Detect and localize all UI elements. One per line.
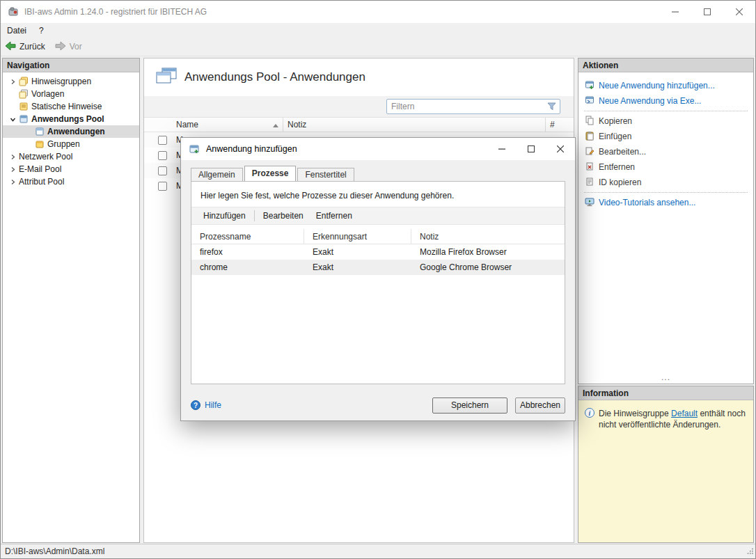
process-notiz: Google Chrome Browser <box>411 262 565 272</box>
actions-panel: Aktionen Neue Anwendung hinzufügen... Ne… <box>578 58 754 384</box>
information-panel: Information i Die Hinweisgruppe Default … <box>578 386 754 543</box>
information-message: Die Hinweisgruppe Default enthält noch n… <box>599 408 748 430</box>
sidebar-item-netzwerk-pool[interactable]: Netzwerk Pool <box>3 150 139 163</box>
chevron-right-icon[interactable] <box>7 79 19 85</box>
maximize-button[interactable] <box>691 1 723 23</box>
process-add-button[interactable]: Hinzufügen <box>197 210 252 222</box>
navigation-panel: Navigation Hinweisgruppen Vorlagen Stati… <box>2 58 140 543</box>
actions-separator <box>584 192 748 193</box>
column-prozessname[interactable]: Prozessname <box>191 229 304 244</box>
new-application-icon <box>585 80 594 92</box>
process-remove-button[interactable]: Entfernen <box>310 210 359 222</box>
column-count[interactable]: # <box>546 118 574 132</box>
window-title: IBI-aws Admin 1.24.0 - registriert für I… <box>24 7 207 17</box>
tab-prozesse[interactable]: Prozesse <box>244 166 297 181</box>
help-link-label: Hilfe <box>205 400 221 410</box>
action-copy-id[interactable]: ID kopieren <box>578 175 753 190</box>
row-checkbox[interactable] <box>158 151 167 160</box>
back-button[interactable]: Zurück <box>1 40 51 54</box>
tab-fenstertitel[interactable]: Fenstertitel <box>297 168 354 181</box>
chevron-right-icon[interactable] <box>7 179 19 185</box>
processes-description: Hier legen Sie fest, welche Prozesse zu … <box>191 182 565 207</box>
new-application-exe-icon <box>585 95 594 107</box>
cancel-button[interactable]: Abbrechen <box>515 397 565 414</box>
filter-band <box>144 96 574 117</box>
app-icon <box>8 6 19 17</box>
dialog-minimize-button[interactable] <box>487 138 517 160</box>
sidebar-item-attribut-pool[interactable]: Attribut Pool <box>3 175 139 188</box>
title-bar: IBI-aws Admin 1.24.0 - registriert für I… <box>1 1 755 23</box>
save-button[interactable]: Speichern <box>432 397 507 414</box>
action-edit[interactable]: Bearbeiten... <box>578 144 753 159</box>
sidebar-item-statische-hinweise[interactable]: Statische Hinweise <box>3 100 139 113</box>
status-bar: D:\IBI-aws\Admin\Data.xml <box>1 544 755 558</box>
processes-toolbar: Hinzufügen Bearbeiten Entfernen <box>191 207 565 225</box>
process-detection: Exakt <box>304 262 411 272</box>
sidebar-item-email-pool[interactable]: E-Mail Pool <box>3 163 139 175</box>
chevron-right-icon[interactable] <box>7 154 19 160</box>
dialog-title: Anwendung hinzufügen <box>206 144 297 154</box>
action-copy[interactable]: Kopieren <box>578 113 753 129</box>
chevron-down-icon[interactable] <box>7 116 19 123</box>
process-row-firefox[interactable]: firefox Exakt Mozilla Firefox Browser <box>191 244 565 260</box>
sidebar-item-label: Hinweisgruppen <box>31 77 91 86</box>
process-name: chrome <box>191 262 304 272</box>
action-label: Einfügen <box>599 132 631 141</box>
menu-help[interactable]: ? <box>33 23 50 38</box>
forward-button[interactable]: Vor <box>51 40 88 54</box>
table-header-row: Name Notiz # <box>144 117 574 132</box>
column-name[interactable]: Name <box>172 118 283 132</box>
status-file-path: D:\IBI-aws\Admin\Data.xml <box>5 546 104 556</box>
menu-datei[interactable]: Datei <box>1 23 33 38</box>
help-circle-icon: ? <box>191 400 200 410</box>
action-video-tutorials[interactable]: Video-Tutorials ansehen... <box>578 195 753 210</box>
column-erkennungsart[interactable]: Erkennungsart <box>304 229 411 244</box>
sidebar-item-hinweisgruppen[interactable]: Hinweisgruppen <box>3 75 139 88</box>
action-new-application[interactable]: Neue Anwendung hinzufügen... <box>578 78 753 93</box>
sidebar-item-anwendungs-pool[interactable]: Anwendungs Pool <box>3 113 139 125</box>
process-row-chrome[interactable]: chrome Exakt Google Chrome Browser <box>191 260 565 275</box>
app-window: IBI-aws Admin 1.24.0 - registriert für I… <box>0 0 756 559</box>
sidebar-item-gruppen[interactable]: Gruppen <box>3 138 139 150</box>
help-link[interactable]: ? Hilfe <box>191 400 221 410</box>
filter-input[interactable] <box>387 102 547 111</box>
actions-separator <box>584 111 748 111</box>
processes-table: Prozessname Erkennungsart Notiz firefox … <box>191 229 565 275</box>
edit-icon <box>585 146 594 158</box>
funnel-icon <box>547 102 556 111</box>
process-edit-button[interactable]: Bearbeiten <box>257 210 310 222</box>
dialog-close-button[interactable] <box>546 138 575 160</box>
action-new-application-via-exe[interactable]: Neue Anwendung via Exe... <box>578 93 753 109</box>
main-toolbar: Zurück Vor <box>1 38 755 56</box>
minimize-button[interactable] <box>659 1 691 23</box>
actions-header: Aktionen <box>578 58 753 72</box>
action-remove[interactable]: Entfernen <box>578 159 753 175</box>
tab-allgemein[interactable]: Allgemein <box>191 168 243 181</box>
applications-node-icon <box>35 127 47 136</box>
forward-arrow-icon <box>55 41 66 53</box>
forward-button-label: Vor <box>70 42 82 52</box>
paste-icon <box>585 131 594 143</box>
chevron-right-icon[interactable] <box>7 166 19 173</box>
column-notiz[interactable]: Notiz <box>411 229 565 244</box>
actions-overflow-indicator[interactable]: ... <box>578 374 753 384</box>
column-notiz[interactable]: Notiz <box>283 118 546 132</box>
row-checkbox[interactable] <box>158 166 167 175</box>
dialog-title-bar: Anwendung hinzufügen <box>181 138 575 160</box>
sidebar-item-vorlagen[interactable]: Vorlagen <box>3 88 139 100</box>
sidebar-item-anwendungen[interactable]: Anwendungen <box>3 125 139 138</box>
action-label: Neue Anwendung hinzufügen... <box>599 81 715 90</box>
column-checkbox <box>144 118 172 132</box>
row-checkbox[interactable] <box>158 136 167 145</box>
process-notiz: Mozilla Firefox Browser <box>411 247 565 257</box>
menu-bar: Datei ? <box>1 23 755 38</box>
dialog-maximize-button[interactable] <box>517 138 546 160</box>
actions-list: Neue Anwendung hinzufügen... Neue Anwend… <box>578 72 753 384</box>
resize-grip[interactable] <box>746 547 754 557</box>
row-checkbox[interactable] <box>158 182 167 191</box>
information-header: Information <box>578 386 753 400</box>
default-group-link[interactable]: Default <box>671 409 698 418</box>
close-button[interactable] <box>723 1 755 23</box>
sidebar-item-label: Netzwerk Pool <box>19 152 72 162</box>
action-paste[interactable]: Einfügen <box>578 129 753 144</box>
